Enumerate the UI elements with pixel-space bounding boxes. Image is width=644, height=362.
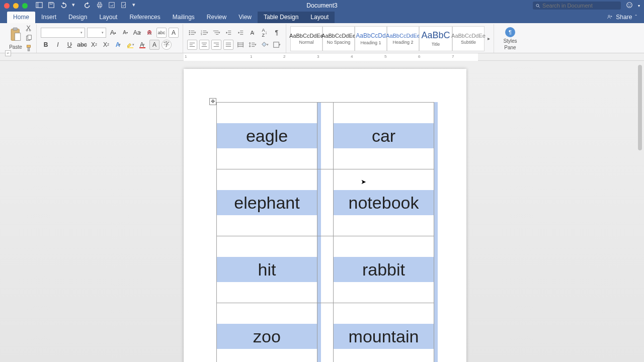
tab-insert[interactable]: Insert	[35, 12, 62, 23]
distributed-icon[interactable]	[235, 40, 246, 50]
gap-cell[interactable]	[317, 169, 334, 236]
collapse-ribbon-icon[interactable]: ˆ	[635, 14, 637, 20]
format-painter-icon[interactable]	[25, 45, 32, 53]
cut-icon[interactable]	[25, 25, 32, 33]
content-table[interactable]: eagle car elephant notebook hit rabbit z…	[216, 102, 434, 362]
search-box[interactable]	[533, 2, 621, 10]
paste-icon[interactable]	[9, 27, 22, 43]
table-cell[interactable]: rabbit	[334, 236, 434, 303]
font-color-icon[interactable]: A▾	[137, 40, 147, 50]
close-button[interactable]	[4, 3, 10, 9]
horizontal-ruler[interactable]: 1 1 2 3 4 5 6 7	[184, 53, 478, 61]
grow-font-icon[interactable]: A▴	[108, 28, 118, 38]
style-heading-2[interactable]: AaBbCcDdEeHeading 2	[387, 26, 419, 51]
phonetic-guide-icon[interactable]: abc	[156, 28, 167, 38]
tab-table-layout[interactable]: Layout	[304, 12, 335, 23]
font-name-combo[interactable]: ▾	[41, 28, 85, 38]
text-direction-icon[interactable]: A↕	[248, 28, 258, 38]
borders-icon[interactable]: ▾	[272, 40, 282, 50]
table-row[interactable]: hit rabbit	[217, 236, 434, 303]
change-case-icon[interactable]: Aa▾	[132, 28, 142, 38]
redo-icon[interactable]	[84, 2, 91, 10]
multilevel-list-icon[interactable]: ▾	[211, 28, 221, 38]
table-cell[interactable]: eagle	[217, 103, 317, 169]
quick-print-icon[interactable]	[108, 2, 115, 10]
highlight-icon[interactable]: ▾	[125, 40, 135, 50]
decrease-indent-icon[interactable]	[223, 28, 233, 38]
style-normal[interactable]: AaBbCcDdEeNormal	[290, 26, 323, 51]
paste-label[interactable]: Paste	[9, 44, 22, 50]
share-button[interactable]: Share	[616, 14, 632, 21]
gap-cell[interactable]	[317, 236, 334, 303]
character-border-icon[interactable]: A	[169, 28, 179, 38]
table-cell[interactable]: elephant	[217, 169, 317, 236]
table-row[interactable]: zoo mountain	[217, 303, 434, 363]
align-center-icon[interactable]	[199, 40, 209, 50]
tab-mailings[interactable]: Mailings	[167, 12, 201, 23]
tab-design[interactable]: Design	[62, 12, 93, 23]
search-input[interactable]	[542, 3, 618, 9]
styles-pane-label-1[interactable]: Styles	[503, 38, 517, 44]
feedback-icon[interactable]	[626, 2, 633, 10]
tab-view[interactable]: View	[232, 12, 258, 23]
styles-more-icon[interactable]: ▸	[485, 26, 493, 51]
line-spacing-icon[interactable]: ▾	[248, 40, 258, 50]
subscript-icon[interactable]: X2	[89, 40, 99, 50]
styles-pane-label-2[interactable]: Pane	[504, 45, 516, 50]
tab-home[interactable]: Home	[7, 12, 35, 23]
styles-pane-icon[interactable]: ¶	[505, 27, 515, 37]
gap-cell[interactable]	[317, 103, 334, 169]
italic-icon[interactable]: I	[53, 40, 63, 50]
zoom-button[interactable]	[22, 3, 28, 9]
tab-table-design[interactable]: Table Design	[258, 12, 304, 23]
justify-icon[interactable]	[223, 40, 233, 50]
tab-review[interactable]: Review	[201, 12, 232, 23]
undo-history-caret[interactable]: ▾	[72, 2, 79, 9]
bold-icon[interactable]: B	[41, 40, 51, 50]
character-shading-icon[interactable]: A	[149, 40, 159, 50]
style-no-spacing[interactable]: AaBbCcDdEeNo Spacing	[323, 26, 355, 51]
vertical-scrollbar[interactable]	[637, 61, 643, 362]
table-cell[interactable]: mountain	[334, 303, 434, 363]
gap-cell[interactable]	[317, 303, 334, 363]
text-effects-icon[interactable]: A▾	[113, 40, 123, 50]
font-size-combo[interactable]: ▾	[87, 28, 106, 38]
table-cell[interactable]: zoo	[217, 303, 317, 363]
style-heading-1[interactable]: AaBbCcDdHeading 1	[355, 26, 387, 51]
scrollbar-thumb[interactable]	[638, 65, 642, 150]
show-marks-icon[interactable]: ¶	[272, 28, 282, 38]
shrink-font-icon[interactable]: A▾	[120, 28, 130, 38]
increase-indent-icon[interactable]	[235, 28, 246, 38]
enclose-characters-icon[interactable]: 字	[162, 40, 172, 50]
align-right-icon[interactable]	[211, 40, 221, 50]
new-doc-icon[interactable]	[120, 2, 127, 10]
save-icon[interactable]	[48, 2, 55, 10]
table-row[interactable]: elephant notebook	[217, 169, 434, 236]
copy-icon[interactable]	[25, 35, 32, 43]
table-cell[interactable]: car	[334, 103, 434, 169]
bullets-icon[interactable]: ▾	[187, 28, 197, 38]
table-cell[interactable]: hit	[217, 236, 317, 303]
minimize-button[interactable]	[13, 3, 19, 9]
undo-icon[interactable]	[60, 2, 67, 10]
underline-icon[interactable]: U▾	[65, 40, 75, 50]
align-left-icon[interactable]	[187, 40, 197, 50]
qat-more-caret[interactable]: ▾	[132, 2, 139, 9]
feedback-caret[interactable]: ▾	[638, 4, 640, 8]
print-icon[interactable]	[96, 2, 103, 10]
table-move-handle[interactable]: ✥	[209, 98, 216, 105]
shading-icon[interactable]: ▾	[260, 40, 270, 50]
sidebar-toggle-icon[interactable]	[36, 2, 43, 10]
numbering-icon[interactable]: 123▾	[199, 28, 209, 38]
clear-formatting-icon[interactable]: A⊘	[144, 28, 154, 38]
style-subtitle[interactable]: AaBbCcDdEeSubtitle	[452, 26, 485, 51]
superscript-icon[interactable]: X2	[101, 40, 111, 50]
strikethrough-icon[interactable]: abc	[77, 40, 87, 50]
tab-references[interactable]: References	[123, 12, 166, 23]
style-title[interactable]: AaBbCTitle	[419, 26, 452, 51]
sort-icon[interactable]: AZ↓	[260, 28, 270, 38]
table-cell[interactable]: notebook	[334, 169, 434, 236]
tab-layout[interactable]: Layout	[93, 12, 123, 23]
tab-stop-selector[interactable]: ⌐	[5, 50, 11, 56]
table-row[interactable]: eagle car	[217, 103, 434, 169]
